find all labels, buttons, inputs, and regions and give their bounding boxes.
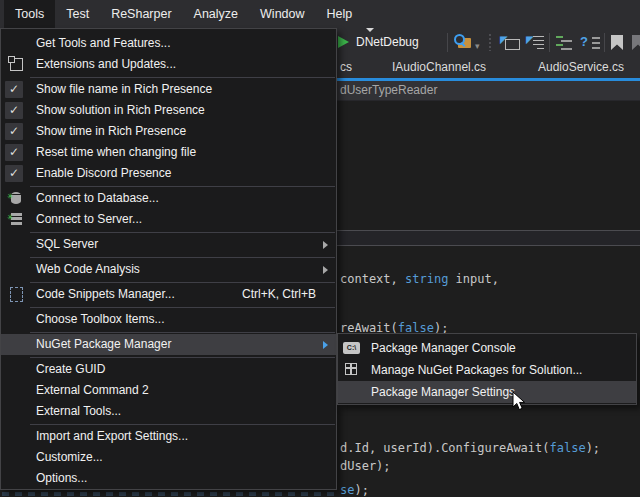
menubar-item-analyze[interactable]: Analyze — [183, 0, 249, 28]
menu-separator — [30, 307, 335, 308]
console-icon — [343, 342, 360, 354]
visual-studio-window: ToolsTestReSharperAnalyzeWindowHelp DNet… — [0, 0, 640, 497]
menu-item-label: Package Manager Console — [371, 341, 516, 355]
menu-separator — [30, 257, 335, 258]
menubar-item-test[interactable]: Test — [55, 0, 100, 28]
menu-item-label: Package Manager Settings — [371, 385, 515, 399]
checkmark-icon: ✓ — [5, 102, 23, 119]
menu-item-label: Reset time when changing file — [36, 145, 196, 159]
tab-cs[interactable]: cs — [340, 57, 352, 78]
member-separator-band — [337, 230, 640, 246]
menu-item-label: Get Tools and Features... — [36, 36, 171, 50]
menu-item-choose-toolbox-items[interactable]: Choose Toolbox Items... — [1, 309, 336, 330]
menu-item-label: NuGet Package Manager — [36, 337, 171, 351]
toolbar-separator — [447, 33, 448, 52]
menu-separator — [30, 357, 335, 358]
menu-item-connect-to-server[interactable]: Connect to Server... — [1, 209, 336, 230]
run-configuration-label: DNetDebug — [356, 28, 419, 57]
menubar-item-tools[interactable]: Tools — [4, 0, 55, 28]
toolbar-separator — [604, 33, 605, 52]
menu-item-package-manager-console[interactable]: Package Manager Console — [338, 337, 636, 359]
menu-item-label: Options... — [36, 471, 87, 485]
comment-lines-icon[interactable]: ? — [580, 34, 600, 51]
menu-separator — [30, 186, 335, 187]
menu-item-label: Connect to Database... — [36, 191, 159, 205]
menu-item-label: External Command 2 — [36, 383, 149, 397]
menubar-item-help[interactable]: Help — [316, 0, 364, 28]
menu-item-show-time-in-rich-presence[interactable]: Show time in Rich Presence ✓ — [1, 121, 336, 142]
menu-separator — [30, 282, 335, 283]
menu-item-label: Enable Discord Presence — [36, 166, 171, 180]
menu-separator — [30, 332, 335, 333]
menu-item-nuget-package-manager[interactable]: NuGet Package Manager — [1, 334, 336, 355]
menubar-item-resharper[interactable]: ReSharper — [100, 0, 182, 28]
menu-item-label: Create GUID — [36, 362, 105, 376]
menu-item-connect-to-database[interactable]: Connect to Database... — [1, 188, 336, 209]
bookmark-icon[interactable] — [611, 35, 623, 50]
menu-item-label: SQL Server — [36, 237, 98, 251]
code-line: context, string input, — [340, 272, 499, 287]
menu-item-external-command-2[interactable]: External Command 2 — [1, 380, 336, 401]
menu-separator — [30, 232, 335, 233]
extensions-icon — [10, 58, 23, 71]
mouse-cursor — [512, 391, 528, 413]
submenu-arrow-icon — [323, 241, 328, 249]
checkmark-icon: ✓ — [5, 165, 23, 182]
navigation-bar-type: dUserTypeReader — [340, 81, 437, 100]
checkmark-icon: ✓ — [5, 81, 23, 98]
menu-item-label: Web Code Analysis — [36, 262, 140, 276]
chevron-down-icon — [366, 28, 374, 32]
checkmark-icon: ✓ — [5, 123, 23, 140]
menu-item-package-manager-settings[interactable]: Package Manager Settings — [338, 381, 636, 403]
menu-item-web-code-analysis[interactable]: Web Code Analysis — [1, 259, 336, 280]
menu-item-label: Manage NuGet Packages for Solution... — [371, 363, 582, 377]
menu-item-enable-discord-presence[interactable]: Enable Discord Presence ✓ — [1, 163, 336, 184]
start-debug-icon[interactable] — [338, 36, 349, 48]
menu-item-code-snippets-manager[interactable]: Code Snippets Manager... Ctrl+K, Ctrl+B — [1, 284, 336, 305]
menu-item-label: Customize... — [36, 450, 103, 464]
tools-menu: Get Tools and Features... Extensions and… — [0, 28, 337, 490]
menubar-item-window[interactable]: Window — [249, 0, 315, 28]
menu-item-label: Show file name in Rich Presence — [36, 82, 212, 96]
menu-item-options[interactable]: Options... — [1, 468, 336, 489]
menu-item-create-guid[interactable]: Create GUID — [1, 359, 336, 380]
menu-item-shortcut: Ctrl+K, Ctrl+B — [242, 284, 316, 305]
menu-item-import-and-export-settings[interactable]: Import and Export Settings... — [1, 426, 336, 447]
clone-code-icon[interactable]: ◤ — [526, 34, 544, 51]
submenu-arrow-icon — [323, 341, 328, 349]
menu-item-label: Show time in Rich Presence — [36, 124, 186, 138]
server-icon — [11, 213, 22, 225]
checkmark-icon: ✓ — [5, 144, 23, 161]
menu-item-reset-time-when-changing-file[interactable]: Reset time when changing file ✓ — [1, 142, 336, 163]
navigate-back-icon[interactable]: ◤ — [500, 35, 520, 50]
menu-item-get-tools-and-features[interactable]: Get Tools and Features... — [1, 33, 336, 54]
code-line: dUser); — [340, 459, 391, 474]
menu-item-label: Extensions and Updates... — [36, 57, 176, 71]
menu-item-label: Import and Export Settings... — [36, 429, 188, 443]
menu-item-show-file-name-in-rich-presence[interactable]: Show file name in Rich Presence ✓ — [1, 79, 336, 100]
nuget-package-manager-submenu: Package Manager Console Manage NuGet Pac… — [337, 333, 637, 405]
database-icon — [11, 192, 21, 204]
menu-item-customize[interactable]: Customize... — [1, 447, 336, 468]
menu-separator — [30, 424, 335, 425]
submenu-arrow-icon — [323, 266, 328, 274]
tab-audioservice-cs[interactable]: AudioService.cs — [538, 57, 624, 78]
menu-item-extensions-and-updates[interactable]: Extensions and Updates... — [1, 54, 336, 75]
find-in-files-icon[interactable] — [454, 34, 474, 51]
code-line: d.Id, userId).ConfigureAwait(false); — [340, 441, 600, 456]
menu-item-label: Code Snippets Manager... — [36, 287, 175, 301]
toolbar-grip[interactable] — [489, 34, 491, 51]
bookmark-next-icon[interactable] — [632, 35, 640, 50]
menu-item-sql-server[interactable]: SQL Server — [1, 234, 336, 255]
format-indent-icon[interactable] — [556, 36, 572, 49]
menubar: ToolsTestReSharperAnalyzeWindowHelp — [0, 0, 640, 28]
menu-item-label: External Tools... — [36, 404, 121, 418]
menu-item-external-tools[interactable]: External Tools... — [1, 401, 336, 422]
menu-item-manage-nuget-packages-for-solution[interactable]: Manage NuGet Packages for Solution... — [338, 359, 636, 381]
code-line: se); — [340, 483, 369, 497]
toolbar-separator — [549, 33, 550, 52]
tab-iaudiochannel-cs[interactable]: IAudioChannel.cs — [392, 57, 486, 78]
menu-item-show-solution-in-rich-presence[interactable]: Show solution in Rich Presence ✓ — [1, 100, 336, 121]
toolbar-overflow-caret[interactable]: ▾ — [475, 41, 480, 51]
clipped-code-line — [2, 492, 334, 496]
